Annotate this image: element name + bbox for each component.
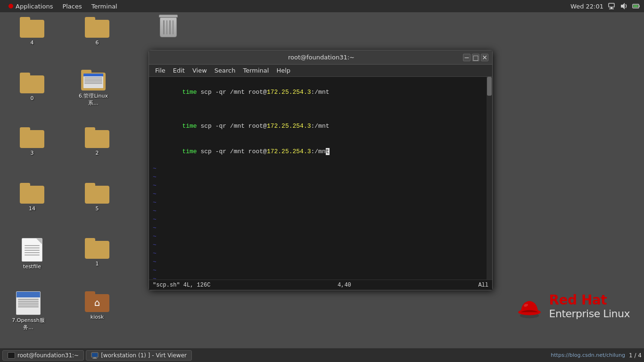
volume-icon[interactable]: [619, 2, 628, 10]
term-tilde-5: ~: [153, 198, 488, 207]
term-tilde-1: ~: [153, 165, 488, 173]
taskbar-terminal-icon: [8, 352, 15, 359]
term-tilde-3: ~: [153, 181, 488, 190]
desktop-icon-trash[interactable]: [149, 15, 187, 41]
statusbar-scroll: All: [478, 282, 488, 288]
redhat-dot-icon: [8, 4, 13, 8]
taskbar-virtviewer[interactable]: [workstation (1) ] - Virt Viewer: [86, 350, 192, 361]
redhat-logo: Red Hat Enterprise Linux: [515, 292, 630, 320]
topbar-applications[interactable]: Applications: [4, 2, 58, 11]
term-line-3: time scp -qr /mnt root@172.25.254.3:/mnt: [153, 114, 488, 139]
taskbar-terminal[interactable]: root@foundation31:~: [2, 350, 84, 361]
menu-view[interactable]: View: [189, 66, 211, 75]
menu-edit[interactable]: Edit: [169, 66, 189, 75]
taskbar-virt-label: [workstation (1) ] - Virt Viewer: [101, 352, 187, 359]
close-button[interactable]: ✕: [481, 54, 488, 61]
term-tilde-14: ~: [153, 275, 488, 280]
term-tilde-13: ~: [153, 266, 488, 275]
svg-rect-2: [609, 8, 614, 9]
desktop-icon-1[interactable]: 1: [78, 238, 116, 267]
network-icon[interactable]: [607, 2, 616, 10]
topbar-right: Wed 22:01: [570, 2, 640, 10]
desktop-icon-4[interactable]: 4: [13, 17, 51, 46]
topbar-time: Wed 22:01: [570, 3, 603, 10]
terminal-menubar: File Edit View Search Terminal Help: [149, 65, 492, 77]
taskbar: root@foundation31:~ [workstation (1) ] -…: [0, 348, 644, 362]
svg-rect-13: [92, 358, 97, 359]
desktop-icon-3[interactable]: 3: [13, 127, 51, 156]
desktop-icon-openssh[interactable]: 7.Openssh服务...: [9, 291, 47, 331]
svg-rect-5: [639, 6, 640, 7]
desktop-icon-6mgr[interactable]: 6.管理Linux系...: [74, 70, 112, 107]
battery-icon[interactable]: [632, 2, 640, 10]
menu-terminal[interactable]: Terminal: [239, 66, 272, 75]
redhat-text: Red Hat Enterprise Linux: [549, 292, 630, 320]
term-tilde-6: ~: [153, 207, 488, 215]
desktop: 4 6 0: [0, 12, 644, 348]
topbar-left: Applications Places Terminal: [4, 2, 122, 11]
desktop-icon-14[interactable]: 14: [13, 183, 51, 212]
term-tilde-9: ~: [153, 232, 488, 241]
statusbar-position: 4,40: [338, 282, 351, 288]
terminal-title: root@foundation31:~: [181, 54, 462, 61]
term-line-1: time scp -qr /mnt root@172.25.254.3:/mnt: [153, 80, 488, 105]
taskbar-terminal-label: root@foundation31:~: [17, 352, 79, 359]
desktop-icon-6[interactable]: 6: [78, 17, 116, 46]
redhat-edition: Enterprise Linux: [549, 308, 630, 320]
svg-rect-11: [92, 353, 98, 357]
svg-rect-6: [634, 5, 638, 8]
terminal-scrollbar[interactable]: [487, 77, 492, 280]
taskbar-url[interactable]: https://blog.csdn.net/chilung: [551, 352, 625, 358]
topbar: Applications Places Terminal Wed 22:01: [0, 0, 644, 12]
term-tilde-11: ~: [153, 249, 488, 258]
svg-rect-12: [93, 357, 96, 358]
desktop-icon-2[interactable]: 2: [78, 127, 116, 156]
term-tilde-2: ~: [153, 173, 488, 181]
term-line-blank: [153, 105, 488, 114]
desktop-icon-kiosk[interactable]: ⌂ kiosk: [78, 291, 116, 321]
term-tilde-12: ~: [153, 258, 488, 266]
topbar-places[interactable]: Places: [58, 2, 86, 11]
icon-label-4: 4: [29, 39, 35, 46]
desktop-icon-testfile[interactable]: testfile: [13, 238, 51, 270]
term-tilde-4: ~: [153, 190, 488, 198]
terminal-window: root@foundation31:~ − □ ✕ File Edit View…: [149, 50, 493, 290]
statusbar-filename: "scp.sh" 4L, 126C: [153, 282, 210, 288]
term-tilde-10: ~: [153, 241, 488, 249]
topbar-terminal[interactable]: Terminal: [87, 2, 122, 11]
minimize-button[interactable]: −: [463, 54, 471, 61]
file-icon-testfile: [22, 238, 42, 262]
taskbar-page: 1 / 4: [629, 352, 642, 359]
term-line-4: time scp -qr /mnt root@172.25.254.3:/mnt: [153, 139, 488, 165]
svg-rect-0: [609, 3, 614, 7]
icon-label-6: 6: [94, 39, 100, 46]
svg-rect-1: [611, 7, 612, 8]
svg-marker-3: [621, 3, 625, 9]
taskbar-virt-icon: [91, 352, 99, 359]
house-icon: ⌂: [94, 297, 100, 308]
doc-icon-openssh: [16, 291, 41, 315]
maximize-button[interactable]: □: [472, 54, 479, 61]
desktop-icon-5[interactable]: 5: [78, 183, 116, 212]
menu-search[interactable]: Search: [211, 66, 239, 75]
redhat-hat-icon: [515, 293, 544, 319]
terminal-content[interactable]: time scp -qr /mnt root@172.25.254.3:/mnt…: [149, 77, 492, 280]
menu-file[interactable]: File: [151, 66, 169, 75]
redhat-name: Red Hat: [549, 292, 630, 308]
terminal-titlebar: root@foundation31:~ − □ ✕: [149, 50, 492, 65]
term-tilde-7: ~: [153, 215, 488, 224]
menu-help[interactable]: Help: [272, 66, 294, 75]
scrollbar-thumb[interactable]: [487, 77, 492, 96]
desktop-icon-0[interactable]: 0: [13, 73, 51, 102]
terminal-statusbar: "scp.sh" 4L, 126C 4,40 All: [149, 280, 492, 290]
trash-body: [160, 17, 177, 37]
term-tilde-8: ~: [153, 224, 488, 232]
